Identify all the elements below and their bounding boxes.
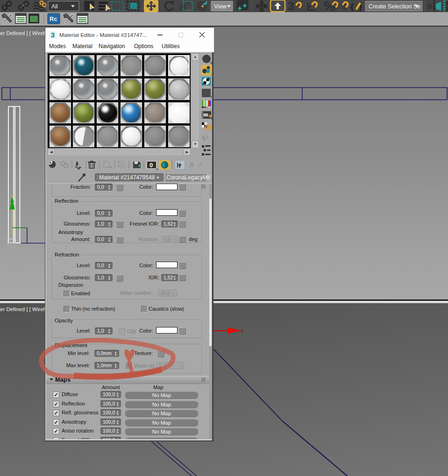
svg-text:Rc: Rc <box>50 15 57 22</box>
svg-text:All: All <box>51 3 58 10</box>
svg-text:x: x <box>241 327 244 333</box>
svg-text:0: 0 <box>149 162 153 169</box>
svg-text:{: { <box>350 2 354 11</box>
svg-text:y: y <box>11 192 14 198</box>
svg-text:Create Selection Se: Create Selection Se <box>369 3 420 10</box>
svg-text:View: View <box>214 3 227 10</box>
svg-text:3: 3 <box>288 0 294 12</box>
